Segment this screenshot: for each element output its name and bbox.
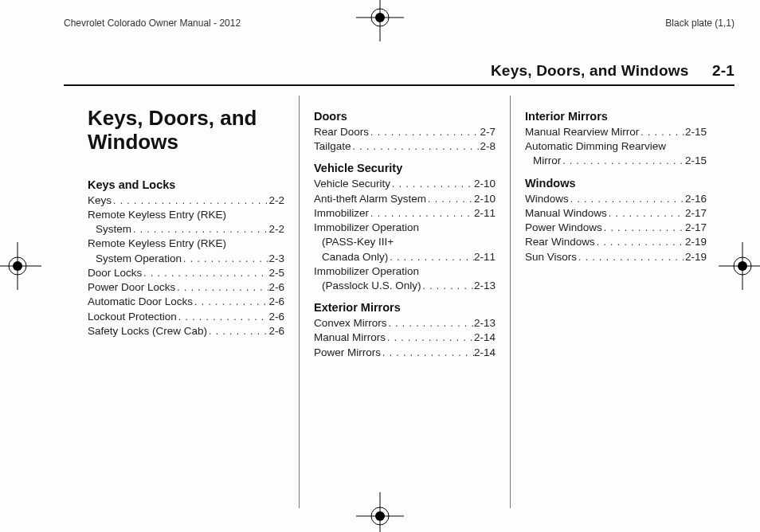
chapter-title: Keys, Doors, and Windows [491,62,689,79]
toc-column-3: Interior Mirrors Manual Rearview Mirror2… [510,96,721,508]
toc-entry: Automatic Door Locks2-6 [88,295,284,309]
toc-entry: Tailgate2-8 [314,139,496,154]
svg-point-2 [371,9,389,26]
toc-list: Keys2-2 Remote Keyless Entry (RKE) Syste… [88,194,284,338]
svg-point-10 [9,257,26,275]
toc-entry: Mirror2-15 [525,154,707,168]
toc-entry: Immobilizer Operation [314,221,496,235]
toc-entry: Door Locks2-5 [88,266,284,280]
toc-entry: Immobilizer Operation [314,264,496,279]
toc-entry: Remote Keyless Entry (RKE) [88,208,284,222]
toc-entry: Manual Windows2-17 [525,206,707,221]
toc-entry: (PASS-Key III+ [314,235,496,249]
plate-info: Black plate (1,1) [665,18,735,29]
section-heading: Exterior Mirrors [314,301,496,314]
manual-page: Chevrolet Colorado Owner Manual - 2012 B… [0,0,760,532]
section-heading: Doors [314,110,496,123]
toc-entry: Manual Rearview Mirror2-15 [525,125,707,139]
toc-column-2: Doors Rear Doors2-7 Tailgate2-8 Vehicle … [299,96,510,508]
toc-list: Manual Rearview Mirror2-15 Automatic Dim… [525,125,707,169]
toc-entry: Convex Mirrors2-13 [314,316,496,331]
toc-entry: Lockout Protection2-6 [88,310,284,324]
toc-entry: System2-2 [88,222,284,237]
svg-point-6 [371,507,389,525]
toc-entry: Automatic Dimming Rearview [525,139,707,154]
toc-entry: Rear Windows2-19 [525,235,707,249]
toc-list: Rear Doors2-7 Tailgate2-8 [314,125,496,154]
page-title: Keys, Doors, and Windows [88,107,284,155]
toc-columns: Keys, Doors, and Windows Keys and Locks … [88,96,732,508]
toc-entry: Power Door Locks2-6 [88,280,284,295]
toc-list: Vehicle Security2-10 Anti-theft Alarm Sy… [314,177,496,293]
toc-entry: Manual Mirrors2-14 [314,331,496,345]
doc-title-small: Chevrolet Colorado Owner Manual - 2012 [64,18,241,29]
toc-entry: Power Mirrors2-14 [314,346,496,360]
chapter-header: Keys, Doors, and Windows 2-1 [64,62,735,86]
toc-entry: Vehicle Security2-10 [314,177,496,191]
toc-list: Windows2-16 Manual Windows2-17 Power Win… [525,192,707,264]
toc-entry: Keys2-2 [88,194,284,208]
toc-entry: System Operation2-3 [88,252,284,266]
chapter-page-number: 2-1 [712,62,735,79]
toc-column-1: Keys, Doors, and Windows Keys and Locks … [88,96,299,508]
toc-entry: Remote Keyless Entry (RKE) [88,237,284,251]
crop-mark-icon [0,242,41,290]
toc-entry: Windows2-16 [525,192,707,206]
section-heading: Vehicle Security [314,162,496,174]
svg-point-11 [13,261,22,271]
crop-mark-icon [356,0,404,41]
toc-entry: Rear Doors2-7 [314,125,496,139]
toc-entry: Power Windows2-17 [525,221,707,235]
toc-entry: Anti-theft Alarm System2-10 [314,192,496,206]
svg-point-14 [734,257,751,275]
toc-entry: Canada Only)2-11 [314,250,496,264]
toc-entry: (Passlock U.S. Only)2-13 [314,279,496,293]
toc-entry: Sun Visors2-19 [525,250,707,264]
section-heading: Keys and Locks [88,178,284,191]
svg-point-15 [738,261,747,271]
toc-list: Convex Mirrors2-13 Manual Mirrors2-14 Po… [314,316,496,360]
svg-point-3 [375,13,385,22]
section-heading: Windows [525,177,707,190]
toc-entry: Immobilizer2-11 [314,206,496,221]
section-heading: Interior Mirrors [525,110,707,123]
toc-entry: Safety Locks (Crew Cab)2-6 [88,324,284,338]
svg-point-7 [375,511,385,521]
